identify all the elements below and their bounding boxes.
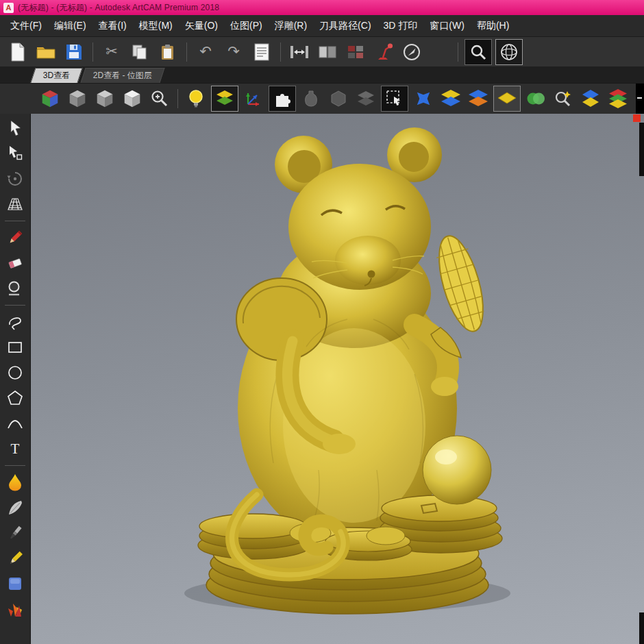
menu-relief[interactable]: 浮雕(R) — [269, 16, 313, 36]
vase-icon — [303, 89, 319, 108]
view-along-x-button[interactable] — [65, 86, 90, 111]
menu-file[interactable]: 文件(F) — [4, 16, 48, 36]
view-tab-strip: 3D查看 2D查看 - 位图层 — [0, 66, 644, 83]
layer-yellow-blue-button[interactable] — [438, 86, 463, 111]
menu-help[interactable]: 帮助(H) — [471, 16, 515, 36]
menu-bitmap[interactable]: 位图(P) — [224, 16, 269, 36]
merge-circles-button[interactable] — [523, 86, 548, 111]
menu-3d-print[interactable]: 3D 打印 — [377, 16, 424, 36]
sketch-pencil-tool-button[interactable] — [3, 548, 27, 569]
save-button[interactable] — [62, 40, 86, 64]
polyline-tool-button[interactable] — [3, 312, 27, 332]
mosaic-button[interactable] — [343, 40, 368, 64]
light-cube-icon — [121, 88, 143, 110]
view-along-y-button[interactable] — [92, 86, 117, 111]
paste-button[interactable] — [156, 40, 180, 64]
perspective-grid-icon — [5, 196, 25, 212]
zoom-plus-icon — [150, 89, 169, 108]
relief-hexagon-button[interactable] — [326, 86, 351, 111]
rectangle-outline-icon — [6, 339, 24, 356]
undo-button[interactable]: ↶ — [193, 40, 218, 64]
redo-button[interactable]: ↷ — [221, 40, 246, 64]
zoom-preview-button[interactable] — [551, 86, 575, 111]
feather-tool-button[interactable] — [3, 497, 27, 518]
menu-edit[interactable]: 编辑(E) — [48, 16, 92, 36]
zoom-in-button[interactable] — [147, 86, 172, 111]
light-settings-button[interactable] — [371, 40, 396, 64]
copy-button[interactable] — [127, 40, 152, 64]
text-tool-button[interactable]: T — [3, 438, 27, 459]
node-edit-tool-button[interactable] — [3, 143, 27, 164]
viewport-red-marker — [633, 114, 641, 122]
polygon-tool-button[interactable] — [3, 388, 27, 408]
menu-vector[interactable]: 矢量(O) — [179, 16, 224, 36]
gray-cube-icon — [66, 88, 88, 110]
titlebar[interactable]: A (无标题) - (无标题) - Autodesk ArtCAM Premiu… — [0, 0, 644, 15]
menubar: 文件(F) 编辑(E) 查看(I) 模型(M) 矢量(O) 位图(P) 浮雕(R… — [0, 15, 644, 37]
layer-blue-yellow-diamond-button[interactable] — [578, 86, 603, 111]
material-layers-icon — [214, 88, 235, 109]
airbrush-tool-button[interactable] — [3, 523, 27, 543]
layer-blue-orange-button[interactable] — [466, 86, 491, 111]
brush-icon — [6, 524, 24, 542]
app-logo-icon: A — [3, 3, 14, 13]
red-pencil-icon — [6, 229, 24, 247]
tab-2d-view-bitmap-layer[interactable]: 2D查看 - 位图层 — [81, 68, 165, 83]
new-file-button[interactable] — [5, 40, 30, 64]
layer-rgb-stack-button[interactable] — [606, 86, 630, 111]
material-shading-button[interactable] — [211, 86, 238, 112]
viewport-3d[interactable] — [31, 114, 644, 644]
relief-stack-button[interactable] — [354, 86, 378, 111]
blue-square-icon — [7, 575, 23, 592]
toolbar-overflow-handle[interactable] — [636, 84, 644, 114]
text-tool-icon: T — [11, 441, 20, 458]
relief-jar-button[interactable] — [299, 86, 323, 111]
set-size-button[interactable] — [287, 40, 312, 64]
flood-fill-tool-button[interactable] — [3, 278, 27, 299]
lasso-polyline-icon — [6, 313, 24, 331]
menu-view[interactable]: 查看(I) — [92, 16, 133, 36]
menu-toolpaths[interactable]: 刀具路径(C) — [313, 16, 377, 36]
crystal-tool-button[interactable] — [3, 599, 27, 619]
eraser-tool-button[interactable] — [3, 253, 27, 273]
transform-tool-button[interactable] — [3, 169, 27, 189]
menu-model[interactable]: 模型(M) — [133, 16, 179, 36]
blue-star-icon — [413, 88, 434, 109]
toolbar-separator — [186, 42, 187, 62]
tab-3d-view[interactable]: 3D查看 — [30, 68, 82, 83]
origin-axes-button[interactable] — [241, 86, 266, 111]
blue-swatch-tool-button[interactable] — [3, 573, 27, 594]
pentagon-outline-icon — [6, 389, 24, 407]
vector-star-button[interactable] — [411, 86, 436, 111]
droplet-icon — [8, 473, 23, 492]
light-bulb-icon — [187, 88, 205, 109]
circle-tool-button[interactable] — [3, 362, 27, 383]
zoom-tool-button[interactable] — [465, 39, 492, 65]
artcam-window: A (无标题) - (无标题) - Autodesk ArtCAM Premiu… — [0, 0, 644, 644]
cut-button[interactable]: ✂ — [99, 40, 124, 64]
green-circles-icon — [525, 90, 546, 108]
right-edge-strip-bottom — [639, 612, 644, 644]
rail-separator — [5, 221, 25, 221]
rectangle-tool-button[interactable] — [3, 337, 27, 358]
relief-plane-button[interactable] — [493, 86, 521, 112]
toggle-light-button[interactable] — [184, 86, 208, 111]
open-file-button[interactable] — [34, 40, 58, 64]
select-region-button[interactable] — [381, 86, 408, 112]
notes-button[interactable] — [249, 40, 274, 64]
menu-window[interactable]: 窗口(W) — [423, 16, 471, 36]
puzzle-tool-button[interactable] — [269, 86, 296, 112]
arc-tool-button[interactable] — [3, 413, 27, 434]
select-tool-button[interactable] — [3, 118, 27, 138]
set-position-button[interactable] — [315, 40, 340, 64]
gray-cube-icon — [94, 88, 116, 110]
draw-pencil-tool-button[interactable] — [3, 227, 27, 248]
view-along-z-button[interactable] — [120, 86, 145, 111]
perspective-grid-tool-button[interactable] — [3, 194, 27, 214]
iso-view-color-button[interactable] — [38, 86, 62, 111]
droplet-tool-button[interactable] — [3, 472, 27, 493]
right-edge-strip-top — [639, 123, 644, 176]
rotate-view-button[interactable] — [399, 40, 424, 64]
3d-sphere-view-button[interactable] — [495, 39, 523, 65]
xyz-axes-icon — [243, 88, 264, 110]
